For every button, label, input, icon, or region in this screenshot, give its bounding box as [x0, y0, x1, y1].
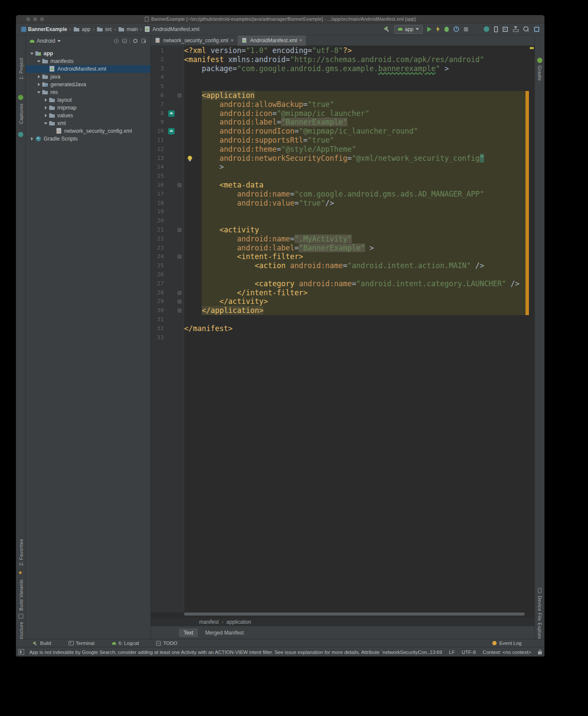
code-line-29[interactable]: </activity> [184, 297, 519, 306]
code-line-15[interactable] [184, 172, 519, 181]
horizontal-scrollbar[interactable] [184, 613, 525, 616]
tool-window-button-logcat[interactable]: 6: Logcat [112, 641, 139, 646]
gradle-icon[interactable] [537, 58, 542, 63]
tree-item-mipmap[interactable]: mipmap [26, 104, 150, 112]
chevron-down-icon[interactable] [43, 119, 49, 127]
tree-item-layout[interactable]: layout [26, 96, 150, 104]
code-line-6[interactable]: <application [184, 91, 519, 100]
chevron-down-icon[interactable] [29, 50, 35, 57]
error-stripe-mark[interactable] [530, 47, 534, 49]
tool-window-button-favorites[interactable]: 2: Favorites [19, 539, 24, 566]
tab-network-security-config[interactable]: network_security_config.xml [151, 35, 238, 46]
tab-android-manifest[interactable]: AndroidManifest.xml [238, 35, 306, 46]
locate-file-icon[interactable] [113, 38, 119, 44]
tool-window-button-todo[interactable]: TODO [156, 641, 177, 646]
minimize-window-button[interactable] [33, 17, 37, 21]
tab-text[interactable]: Text [179, 628, 198, 637]
tool-window-button-build-variants[interactable]: Build Variants [19, 579, 24, 611]
code-line-3[interactable]: package="com.google.android.gms.example.… [184, 64, 519, 73]
code-line-24[interactable]: <intent-filter> [184, 252, 519, 261]
code-line-1[interactable]: <?xml version="1.0" encoding="utf-8"?> [184, 46, 519, 55]
tree-item-gradle-scripts[interactable]: Gradle Scripts [26, 135, 150, 143]
build-hammer-icon[interactable] [383, 26, 390, 32]
code-line-8[interactable]: android:icon="@mipmap/ic_launcher" [184, 109, 519, 118]
code-line-9[interactable]: android:label="BannerExample" [184, 118, 519, 127]
tool-window-button-gradle[interactable]: Gradle [537, 66, 542, 81]
tool-window-switcher-icon[interactable] [19, 649, 24, 655]
sdk-manager-icon[interactable] [513, 26, 518, 32]
code-line-31[interactable] [184, 315, 519, 324]
code-line-7[interactable]: android:allowBackup="true" [184, 100, 519, 109]
code-line-11[interactable]: android:supportsRtl="true" [184, 136, 519, 145]
close-icon[interactable] [231, 38, 234, 44]
context-widget[interactable]: Context: <no context> [483, 650, 532, 655]
status-message[interactable]: App is not indexable by Google Search; c… [29, 650, 430, 655]
encoding-widget[interactable]: UTF-8 [462, 650, 476, 655]
code-line-26[interactable] [184, 270, 519, 279]
android-tool-icon[interactable] [18, 132, 23, 137]
sync-project-icon[interactable] [484, 26, 489, 32]
code-line-32[interactable]: </manifest> [184, 324, 519, 333]
stop-button[interactable] [464, 27, 468, 31]
code-line-19[interactable] [184, 207, 519, 216]
project-view-select[interactable]: Android [37, 38, 55, 44]
tree-item-manifests[interactable]: manifests [26, 57, 150, 65]
debug-button[interactable] [444, 27, 449, 32]
code-line-27[interactable]: <category android:name="android.intent.c… [184, 279, 519, 288]
run-configuration-select[interactable]: app [394, 25, 422, 34]
chevron-right-icon[interactable] [29, 135, 35, 143]
code-line-17[interactable]: android:name="com.google.android.gms.ads… [184, 190, 519, 199]
run-button[interactable] [427, 27, 432, 32]
tree-item-values[interactable]: values [26, 112, 150, 119]
close-icon[interactable] [299, 38, 303, 44]
breadcrumb-file[interactable]: AndroidManifest.xml [144, 26, 200, 33]
layout-inspector-icon[interactable] [503, 27, 508, 32]
close-window-button[interactable] [26, 17, 30, 21]
tool-window-button-captures[interactable]: Captures [19, 103, 24, 124]
code-line-21[interactable]: <activity [184, 225, 519, 234]
chevron-down-icon[interactable] [36, 88, 42, 96]
avd-manager-icon[interactable] [494, 26, 498, 32]
chevron-down-icon[interactable] [57, 40, 61, 44]
captures-icon[interactable] [18, 95, 23, 100]
tree-item-network-security-config-xml[interactable]: network_security_config.xml [26, 127, 150, 135]
chevron-down-icon[interactable] [36, 57, 42, 65]
chevron-right-icon[interactable] [43, 96, 49, 104]
tool-window-button-terminal[interactable]: Terminal [69, 641, 94, 646]
chevron-right-icon[interactable] [36, 73, 42, 81]
code-line-2[interactable]: <manifest xmlns:android="http://schemas.… [184, 55, 519, 64]
tool-window-button-device-file-explorer[interactable]: Device File Explorer [537, 596, 542, 641]
tree-item-androidmanifest-xml[interactable]: AndroidManifest.xml [26, 65, 150, 73]
tree-item-xml[interactable]: xml [26, 119, 150, 127]
code-line-18[interactable]: android:value="true"/> [184, 199, 519, 208]
line-ending-widget[interactable]: LF [449, 650, 455, 655]
code-line-12[interactable]: android:theme="@style/AppTheme" [184, 145, 519, 154]
caret-position-widget[interactable]: 13:69 [430, 650, 442, 655]
project-structure-icon[interactable] [534, 27, 539, 32]
code-line-33[interactable] [184, 333, 519, 342]
zoom-window-button[interactable] [40, 17, 44, 21]
tree-item-res[interactable]: res [26, 88, 150, 96]
code-line-28[interactable]: </intent-filter> [184, 288, 519, 297]
breadcrumb-app[interactable]: app [73, 26, 91, 33]
tool-window-button-project[interactable]: 1: Project [19, 58, 24, 79]
code-editor[interactable]: <?xml version="1.0" encoding="utf-8"?><m… [184, 46, 519, 342]
code-line-23[interactable]: android:label="BannerExample" > [184, 244, 519, 253]
code-line-5[interactable] [184, 82, 519, 91]
breadcrumb-project[interactable]: BannerExample [21, 26, 67, 32]
tab-merged-manifest[interactable]: Merged Manifest [200, 628, 248, 637]
lock-icon[interactable] [538, 651, 542, 654]
gear-icon[interactable] [132, 38, 138, 44]
chevron-right-icon[interactable] [43, 112, 49, 119]
tool-window-button-build[interactable]: Build [31, 640, 51, 647]
code-line-10[interactable]: android:roundIcon="@mipmap/ic_launcher_r… [184, 127, 519, 136]
collapse-all-icon[interactable] [122, 38, 128, 44]
chevron-right-icon[interactable] [43, 104, 49, 112]
breadcrumb-application[interactable]: application [226, 619, 251, 625]
code-line-22[interactable]: android:name=".MyActivity" [184, 234, 519, 244]
tree-item-generatedjava[interactable]: generatedJava [26, 81, 150, 88]
hide-panel-icon[interactable] [141, 38, 147, 44]
tree-item-app[interactable]: app [26, 50, 150, 57]
code-line-16[interactable]: <meta-data [184, 181, 519, 190]
chevron-right-icon[interactable] [36, 81, 42, 88]
